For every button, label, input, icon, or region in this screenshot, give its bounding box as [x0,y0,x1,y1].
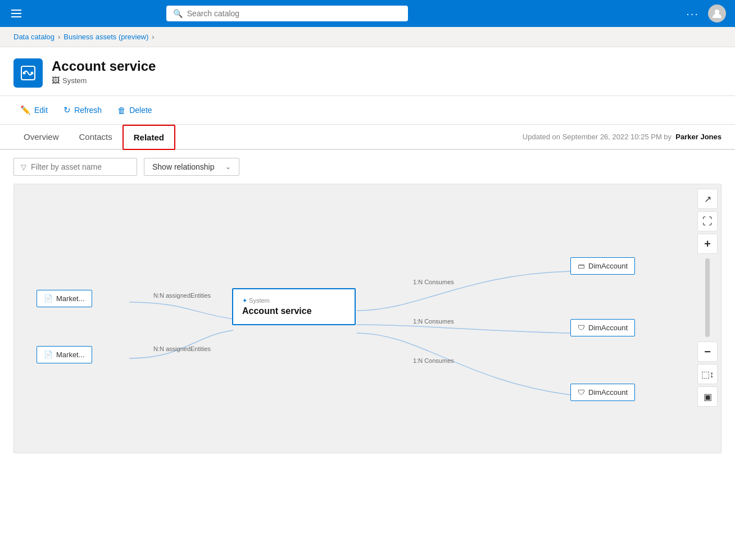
plus-icon: + [704,238,711,251]
layout-button[interactable]: ⬚↕ [697,364,718,384]
right-node-2[interactable]: 🛡 DimAccount [570,319,635,336]
tabs-bar: Overview Contacts Related Updated on Sep… [0,125,735,150]
breadcrumb: Data catalog › Business assets (preview)… [0,27,735,47]
doc-icon-1: 📄 [44,294,53,303]
page-subtitle: 🖼 System [52,76,156,85]
left-node-2[interactable]: 📄 Market... [37,346,92,363]
svg-point-3 [31,72,34,75]
show-relationship-label: Show relationship [152,162,215,171]
left-node-1[interactable]: 📄 Market... [37,290,92,307]
shield-icon-2: 🛡 [578,324,585,332]
search-bar[interactable]: 🔍 [166,6,408,21]
updated-info: Updated on September 26, 2022 10:25 PM b… [523,133,722,141]
search-icon: 🔍 [173,9,183,18]
zoom-in-button[interactable]: + [697,234,718,254]
page-icon [13,58,43,88]
subtitle-icon: 🖼 [52,76,60,85]
table-icon-1: 🗃 [578,262,585,270]
right-node-2-label: DimAccount [588,324,628,332]
refresh-icon: ↻ [63,105,71,115]
toolbar: ✏️ Edit ↻ Refresh 🗑 Delete [0,96,735,125]
page-title: Account service [52,58,156,74]
frame-icon: ▣ [704,391,712,402]
left-node-2-label: Market... [56,350,85,359]
delete-label: Delete [129,106,152,115]
updated-by: Parker Jones [675,133,722,141]
center-node-icon: ✦ [242,297,247,304]
page-subtitle-text: System [62,76,87,85]
refresh-label: Refresh [74,106,102,115]
center-node[interactable]: ✦ System Account service [232,288,356,325]
fit-button[interactable]: ⛶ [697,211,718,231]
frame-button[interactable]: ▣ [697,386,718,407]
filter-input-wrapper[interactable]: ▽ [13,158,137,176]
zoom-out-button[interactable]: − [697,342,718,362]
svg-text:N:N assignedEntities: N:N assignedEntities [153,345,211,352]
center-node-title: Account service [242,306,346,316]
right-node-1[interactable]: 🗃 DimAccount [570,257,635,275]
fit-icon: ⛶ [702,216,713,227]
expand-icon: ↗ [704,194,711,204]
tab-contacts[interactable]: Contacts [69,125,122,149]
delete-icon: 🗑 [117,106,126,115]
show-relationship-dropdown[interactable]: Show relationship ⌄ [144,158,239,176]
page-header: Account service 🖼 System [0,47,735,96]
left-node-1-label: Market... [56,294,85,303]
expand-button[interactable]: ↗ [697,189,718,209]
graph-scrollbar[interactable] [705,258,710,337]
filter-asset-input[interactable] [31,162,130,171]
filter-bar: ▽ Show relationship ⌄ [0,150,735,184]
breadcrumb-data-catalog[interactable]: Data catalog [13,33,55,41]
app-header: 🔍 ··· [0,0,735,27]
svg-point-0 [715,10,719,14]
svg-text:N:N assignedEntities: N:N assignedEntities [153,292,211,299]
edit-button[interactable]: ✏️ Edit [13,102,55,119]
tab-related[interactable]: Related [122,125,175,150]
more-options-button[interactable]: ··· [686,7,699,20]
svg-text:1:N Consumes: 1:N Consumes [413,357,454,364]
shield-icon-3: 🛡 [578,388,585,397]
right-node-3-label: DimAccount [588,388,628,397]
refresh-button[interactable]: ↻ Refresh [57,102,108,119]
breadcrumb-sep-2: › [152,33,154,41]
svg-text:1:N Consumes: 1:N Consumes [413,318,454,325]
graph-controls: ↗ ⛶ + − ⬚↕ ▣ [694,184,721,453]
doc-icon-2: 📄 [44,350,53,359]
breadcrumb-business-assets[interactable]: Business assets (preview) [63,33,148,41]
search-input[interactable] [187,9,401,18]
avatar[interactable] [708,4,726,22]
header-right: ··· [686,4,726,22]
tab-overview[interactable]: Overview [13,125,69,149]
breadcrumb-sep-1: › [58,33,60,41]
edit-label: Edit [34,106,48,115]
delete-button[interactable]: 🗑 Delete [111,102,158,119]
minus-icon: − [704,345,711,358]
hamburger-menu[interactable] [9,7,24,20]
filter-icon: ▽ [21,163,26,171]
updated-text: Updated on September 26, 2022 10:25 PM b… [523,133,672,141]
right-node-1-label: DimAccount [588,262,628,270]
page-title-block: Account service 🖼 System [52,58,156,85]
graph-area: N:N assignedEntities N:N assignedEntitie… [13,184,722,453]
layout-icon: ⬚↕ [701,369,714,380]
chevron-down-icon: ⌄ [225,163,231,171]
center-node-type: ✦ System [242,297,346,304]
svg-point-2 [23,72,26,75]
edit-icon: ✏️ [20,105,31,115]
svg-text:1:N Consumes: 1:N Consumes [413,279,454,285]
right-node-3[interactable]: 🛡 DimAccount [570,384,635,401]
